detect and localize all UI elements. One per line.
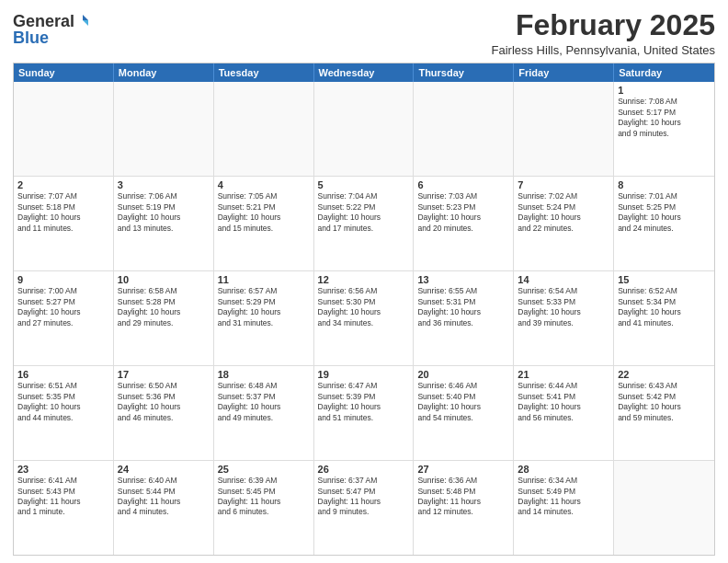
calendar-cell: 19Sunrise: 6:47 AM Sunset: 5:39 PM Dayli… <box>314 366 415 460</box>
day-number: 22 <box>618 369 711 380</box>
calendar-cell: 8Sunrise: 7:01 AM Sunset: 5:25 PM Daylig… <box>614 177 714 270</box>
day-number: 9 <box>17 274 109 285</box>
day-info: Sunrise: 6:48 AM Sunset: 5:37 PM Dayligh… <box>218 381 310 423</box>
day-number: 16 <box>17 369 109 380</box>
day-number: 5 <box>318 179 410 190</box>
calendar-cell: 17Sunrise: 6:50 AM Sunset: 5:36 PM Dayli… <box>114 366 214 460</box>
day-number: 23 <box>17 464 109 475</box>
calendar-cell <box>314 82 415 176</box>
day-number: 20 <box>417 369 509 380</box>
calendar-cell: 20Sunrise: 6:46 AM Sunset: 5:40 PM Dayli… <box>414 366 514 460</box>
calendar-cell: 3Sunrise: 7:06 AM Sunset: 5:19 PM Daylig… <box>114 177 214 270</box>
calendar-row-4: 23Sunrise: 6:41 AM Sunset: 5:43 PM Dayli… <box>14 461 714 555</box>
day-number: 25 <box>218 464 310 475</box>
day-info: Sunrise: 7:03 AM Sunset: 5:23 PM Dayligh… <box>417 191 509 234</box>
header-weekday-thursday: Thursday <box>414 63 514 82</box>
day-number: 11 <box>218 274 310 285</box>
day-number: 17 <box>118 369 210 380</box>
calendar-cell: 4Sunrise: 7:05 AM Sunset: 5:21 PM Daylig… <box>214 177 314 270</box>
title-block: February 2025 Fairless Hills, Pennsylvan… <box>492 9 716 57</box>
calendar-cell: 28Sunrise: 6:34 AM Sunset: 5:49 PM Dayli… <box>514 461 614 555</box>
month-title: February 2025 <box>492 9 716 41</box>
logo: General Blue <box>13 13 90 46</box>
day-number: 18 <box>218 369 310 380</box>
day-info: Sunrise: 6:52 AM Sunset: 5:34 PM Dayligh… <box>618 286 711 328</box>
calendar-cell: 23Sunrise: 6:41 AM Sunset: 5:43 PM Dayli… <box>14 461 114 555</box>
day-number: 28 <box>518 464 609 475</box>
day-number: 2 <box>17 179 109 190</box>
calendar-cell: 7Sunrise: 7:02 AM Sunset: 5:24 PM Daylig… <box>514 177 614 270</box>
day-info: Sunrise: 6:44 AM Sunset: 5:41 PM Dayligh… <box>518 381 609 423</box>
day-number: 7 <box>518 179 609 190</box>
day-info: Sunrise: 7:04 AM Sunset: 5:22 PM Dayligh… <box>318 191 410 234</box>
day-info: Sunrise: 6:56 AM Sunset: 5:30 PM Dayligh… <box>318 286 410 328</box>
calendar-cell: 16Sunrise: 6:51 AM Sunset: 5:35 PM Dayli… <box>14 366 114 460</box>
day-info: Sunrise: 6:55 AM Sunset: 5:31 PM Dayligh… <box>417 286 509 328</box>
header-weekday-saturday: Saturday <box>614 63 714 82</box>
logo-blue: Blue <box>13 29 49 46</box>
logo-general: General <box>13 13 74 29</box>
calendar-header: SundayMondayTuesdayWednesdayThursdayFrid… <box>14 63 714 82</box>
calendar-cell: 14Sunrise: 6:54 AM Sunset: 5:33 PM Dayli… <box>514 271 614 365</box>
day-info: Sunrise: 6:47 AM Sunset: 5:39 PM Dayligh… <box>318 381 410 423</box>
day-info: Sunrise: 6:57 AM Sunset: 5:29 PM Dayligh… <box>218 286 310 328</box>
day-info: Sunrise: 6:58 AM Sunset: 5:28 PM Dayligh… <box>118 286 210 328</box>
day-info: Sunrise: 7:01 AM Sunset: 5:25 PM Dayligh… <box>618 191 711 234</box>
calendar-cell: 18Sunrise: 6:48 AM Sunset: 5:37 PM Dayli… <box>214 366 314 460</box>
calendar-cell: 25Sunrise: 6:39 AM Sunset: 5:45 PM Dayli… <box>214 461 314 555</box>
day-number: 26 <box>318 464 410 475</box>
day-number: 24 <box>118 464 210 475</box>
calendar-cell: 13Sunrise: 6:55 AM Sunset: 5:31 PM Dayli… <box>414 271 514 365</box>
calendar-cell: 22Sunrise: 6:43 AM Sunset: 5:42 PM Dayli… <box>614 366 714 460</box>
day-number: 4 <box>218 179 310 190</box>
header-weekday-sunday: Sunday <box>14 63 114 82</box>
day-info: Sunrise: 6:41 AM Sunset: 5:43 PM Dayligh… <box>17 476 109 518</box>
day-info: Sunrise: 7:05 AM Sunset: 5:21 PM Dayligh… <box>218 191 310 234</box>
day-number: 10 <box>118 274 210 285</box>
calendar: SundayMondayTuesdayWednesdayThursdayFrid… <box>13 63 715 556</box>
header-weekday-friday: Friday <box>514 63 614 82</box>
day-number: 6 <box>417 179 509 190</box>
day-info: Sunrise: 7:08 AM Sunset: 5:17 PM Dayligh… <box>618 97 711 139</box>
header-weekday-monday: Monday <box>114 63 214 82</box>
svg-marker-0 <box>83 15 88 20</box>
location: Fairless Hills, Pennsylvania, United Sta… <box>492 43 716 57</box>
calendar-row-2: 9Sunrise: 7:00 AM Sunset: 5:27 PM Daylig… <box>14 271 714 366</box>
day-info: Sunrise: 6:36 AM Sunset: 5:48 PM Dayligh… <box>417 476 509 518</box>
day-info: Sunrise: 6:37 AM Sunset: 5:47 PM Dayligh… <box>318 476 410 518</box>
day-info: Sunrise: 7:06 AM Sunset: 5:19 PM Dayligh… <box>118 191 210 234</box>
header-weekday-wednesday: Wednesday <box>314 63 415 82</box>
calendar-cell <box>114 82 214 176</box>
day-number: 12 <box>318 274 410 285</box>
day-number: 19 <box>318 369 410 380</box>
calendar-cell: 1Sunrise: 7:08 AM Sunset: 5:17 PM Daylig… <box>614 82 714 176</box>
day-number: 14 <box>518 274 609 285</box>
logo-icon <box>75 13 90 28</box>
day-info: Sunrise: 6:39 AM Sunset: 5:45 PM Dayligh… <box>218 476 310 518</box>
calendar-cell: 10Sunrise: 6:58 AM Sunset: 5:28 PM Dayli… <box>114 271 214 365</box>
day-info: Sunrise: 6:43 AM Sunset: 5:42 PM Dayligh… <box>618 381 711 423</box>
day-number: 15 <box>618 274 711 285</box>
calendar-body: 1Sunrise: 7:08 AM Sunset: 5:17 PM Daylig… <box>14 82 714 555</box>
svg-marker-1 <box>83 20 88 26</box>
calendar-cell <box>14 82 114 176</box>
calendar-cell: 5Sunrise: 7:04 AM Sunset: 5:22 PM Daylig… <box>314 177 415 270</box>
calendar-cell: 24Sunrise: 6:40 AM Sunset: 5:44 PM Dayli… <box>114 461 214 555</box>
day-number: 13 <box>417 274 509 285</box>
calendar-cell: 26Sunrise: 6:37 AM Sunset: 5:47 PM Dayli… <box>314 461 415 555</box>
day-number: 1 <box>618 85 711 96</box>
day-info: Sunrise: 7:00 AM Sunset: 5:27 PM Dayligh… <box>17 286 109 328</box>
day-info: Sunrise: 6:46 AM Sunset: 5:40 PM Dayligh… <box>417 381 509 423</box>
calendar-cell <box>214 82 314 176</box>
day-number: 3 <box>118 179 210 190</box>
day-info: Sunrise: 6:40 AM Sunset: 5:44 PM Dayligh… <box>118 476 210 518</box>
calendar-cell: 27Sunrise: 6:36 AM Sunset: 5:48 PM Dayli… <box>414 461 514 555</box>
day-info: Sunrise: 6:54 AM Sunset: 5:33 PM Dayligh… <box>518 286 609 328</box>
calendar-cell: 12Sunrise: 6:56 AM Sunset: 5:30 PM Dayli… <box>314 271 415 365</box>
calendar-cell: 9Sunrise: 7:00 AM Sunset: 5:27 PM Daylig… <box>14 271 114 365</box>
calendar-cell <box>414 82 514 176</box>
calendar-cell: 15Sunrise: 6:52 AM Sunset: 5:34 PM Dayli… <box>614 271 714 365</box>
day-info: Sunrise: 6:51 AM Sunset: 5:35 PM Dayligh… <box>17 381 109 423</box>
calendar-row-1: 2Sunrise: 7:07 AM Sunset: 5:18 PM Daylig… <box>14 177 714 271</box>
calendar-cell <box>614 461 714 555</box>
